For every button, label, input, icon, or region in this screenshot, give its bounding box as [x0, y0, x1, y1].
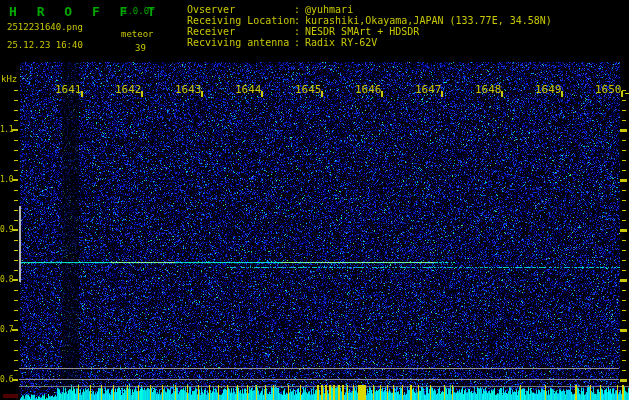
spectrogram-canvas: [0, 0, 629, 400]
freq-minor-tick-left: [14, 320, 18, 321]
freq-major-tick-right: [620, 329, 627, 332]
freq-minor-tick-right: [622, 190, 626, 191]
meteor-spike: [288, 385, 289, 400]
level-strip-border: [19, 386, 629, 387]
info-separator: :: [294, 15, 300, 26]
meteor-spike: [622, 385, 624, 400]
time-label: 1643: [175, 83, 202, 96]
meteor-spike: [387, 385, 388, 400]
meteor-spike: [380, 385, 381, 400]
freq-minor-tick-right: [622, 240, 626, 241]
meteor-spike: [402, 385, 403, 400]
freq-major-tick-right: [620, 379, 627, 382]
meteor-spike: [418, 385, 419, 400]
meteor-spike: [452, 385, 453, 400]
freq-minor-tick-right: [622, 90, 626, 91]
meteor-spike: [138, 385, 139, 400]
info-separator: :: [294, 4, 300, 15]
meteor-spike: [247, 385, 248, 400]
freq-minor-tick-left: [14, 340, 18, 341]
meteor-spike: [300, 385, 301, 400]
freq-minor-tick-right: [622, 170, 626, 171]
freq-major-tick-left: [12, 229, 18, 231]
freq-minor-tick-right: [622, 220, 626, 221]
freq-minor-tick-left: [14, 190, 18, 191]
freq-minor-tick-left: [14, 160, 18, 161]
time-tick: [321, 91, 323, 97]
time-label: 1650: [595, 83, 622, 96]
freq-minor-tick-right: [622, 300, 626, 301]
info-label: Ovserver: [187, 4, 235, 15]
meteor-count-value: 39: [135, 43, 146, 53]
freq-minor-tick-left: [14, 140, 18, 141]
time-label: 1649: [535, 83, 562, 96]
freq-minor-tick-left: [14, 170, 18, 171]
freq-minor-tick-left: [14, 110, 18, 111]
info-label: Recviving antenna: [187, 37, 289, 48]
freq-minor-tick-right: [622, 320, 626, 321]
meteor-spike: [358, 385, 366, 400]
freq-minor-tick-right: [622, 120, 626, 121]
freq-minor-tick-right: [622, 260, 626, 261]
freq-minor-tick-left: [14, 290, 18, 291]
freq-minor-tick-right: [622, 110, 626, 111]
time-label: 1644: [235, 83, 262, 96]
meteor-count-label: meteor: [121, 29, 154, 39]
meteor-spike: [150, 385, 151, 400]
meteor-spike: [273, 385, 274, 400]
freq-minor-tick-left: [14, 350, 18, 351]
meteor-spike: [162, 385, 163, 400]
meteor-spike: [101, 385, 102, 400]
freq-major-tick-left: [12, 179, 18, 181]
freq-minor-tick-right: [622, 150, 626, 151]
freq-major-tick-right: [620, 179, 627, 182]
freq-minor-tick-right: [622, 270, 626, 271]
time-tick: [381, 91, 383, 97]
freq-major-tick-left: [12, 279, 18, 281]
meteor-spike: [444, 385, 445, 400]
meteor-spike: [321, 385, 323, 400]
info-value: kurashiki,Okayama,JAPAN (133.77E, 34.58N…: [305, 15, 552, 26]
meteor-spike: [342, 385, 344, 400]
time-tick: [81, 91, 83, 97]
time-tick: [441, 91, 443, 97]
freq-major-tick-right: [620, 129, 627, 132]
meteor-spike: [317, 385, 319, 400]
info-row: Receiver:NESDR SMArt + HDSDR: [187, 26, 627, 37]
freq-minor-tick-left: [14, 250, 18, 251]
reference-line-upper: [19, 368, 619, 369]
info-row: Ovserver:@yuhmari: [187, 4, 627, 15]
freq-minor-tick-right: [622, 290, 626, 291]
detection-band-marker: [19, 206, 21, 282]
meteor-spike: [209, 385, 210, 400]
freq-minor-tick-right: [622, 250, 626, 251]
info-row: Recviving antenna:Radix RY-62V: [187, 37, 627, 48]
time-label: 1642: [115, 83, 142, 96]
meteor-spike: [617, 385, 618, 400]
freq-minor-tick-left: [14, 100, 18, 101]
time-label: 1645: [295, 83, 322, 96]
info-value: NESDR SMArt + HDSDR: [305, 26, 419, 37]
meteor-spike: [127, 385, 128, 400]
hrofft-window: H R O F F T 1.0.0f 2512231640.png 25.12.…: [0, 0, 629, 400]
meteor-spike: [265, 385, 266, 400]
time-tick: [501, 91, 503, 97]
freq-major-tick-left: [12, 329, 18, 331]
output-filename: 2512231640.png: [7, 22, 83, 32]
red-indicator-mark: [3, 394, 18, 398]
time-axis-end-dash: [625, 93, 629, 94]
freq-minor-tick-right: [622, 100, 626, 101]
time-label: 1648: [475, 83, 502, 96]
freq-minor-tick-left: [14, 270, 18, 271]
datetime-label: 25.12.23 16:40: [7, 40, 83, 50]
meteor-spike: [545, 385, 546, 400]
time-label: 1647: [415, 83, 442, 96]
freq-minor-tick-left: [14, 240, 18, 241]
freq-minor-tick-right: [622, 200, 626, 201]
meteor-spike: [393, 385, 394, 400]
info-row: Receiving Location:kurashiki,Okayama,JAP…: [187, 15, 627, 26]
meteor-spike: [600, 385, 601, 400]
freq-minor-tick-left: [14, 310, 18, 311]
meteor-spike: [198, 385, 199, 400]
time-tick: [201, 91, 203, 97]
